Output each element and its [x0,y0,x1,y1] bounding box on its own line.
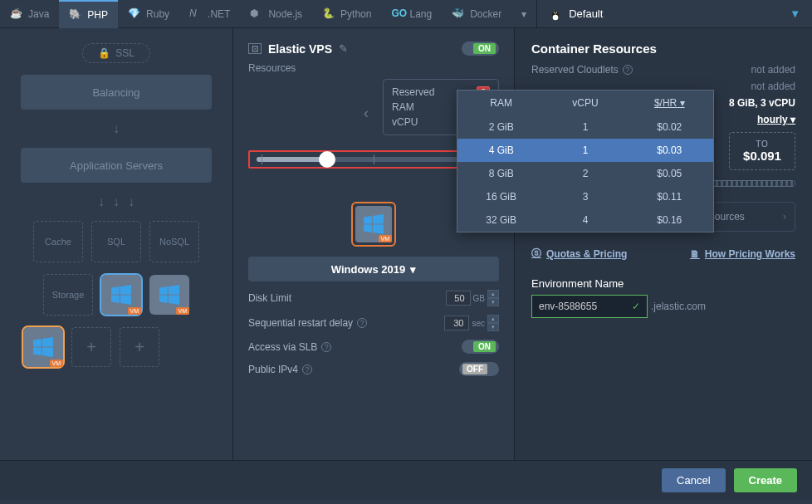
nosql-box[interactable]: NoSQL [149,221,199,262]
ipv4-toggle[interactable]: OFF [459,362,499,376]
lock-icon: 🔒 [98,47,110,59]
not-added: not added [751,64,795,76]
pricing-cell: 1 [545,139,625,162]
pricing-row[interactable]: 32 GiB4$0.16 [457,208,713,232]
language-tabs: ☕Java 🐘PHP 💎Ruby N.NET ⬢Node.js 🐍Python … [0,0,812,28]
add-node-button[interactable]: + [120,327,159,367]
environment-selector[interactable]: Default ▼ [536,0,812,28]
disk-stepper[interactable]: ▴▾ [487,290,499,306]
vps-icon: ⊡ [248,43,262,54]
topology-column: 🔒SSL Balancing ↓ Application Servers ↓ ↓… [0,28,232,460]
pricing-cell: $0.16 [626,208,713,232]
restart-stepper[interactable]: ▴▾ [487,315,499,331]
pricing-cell: 4 GiB [457,139,545,162]
pricing-cell: 2 GiB [457,115,545,139]
dialog-footer: Cancel Create [0,460,812,500]
col-vcpu[interactable]: vCPU [545,91,625,115]
quotas-link[interactable]: ⓢQuotas & Pricing [531,247,627,261]
pricing-cell: 2 [545,162,625,185]
vps-toggle[interactable]: ON [462,42,499,56]
tab-ruby[interactable]: 💎Ruby [118,0,179,28]
check-icon: ✓ [632,301,640,312]
os-dropdown[interactable]: Windows 2019▾ [248,257,499,281]
vm-badge: VM [176,307,190,315]
node-tile-selected[interactable]: VM [23,327,63,367]
vm-badge: VM [128,307,142,315]
pricing-works-link[interactable]: 🗎How Pricing Works [690,247,795,261]
windows-icon [111,285,131,305]
pricing-cell: $0.03 [626,139,713,162]
help-icon[interactable]: ? [357,318,367,328]
slider-thumb[interactable] [319,151,335,168]
chevron-down-icon: ▾ [410,263,416,276]
document-icon: 🗎 [690,248,700,260]
tab-docker[interactable]: 🐳Docker [442,0,511,28]
to-value: $0.091 [743,149,781,163]
storage-box[interactable]: Storage [43,274,93,316]
cache-box[interactable]: Cache [33,221,83,262]
tab-dotnet[interactable]: N.NET [179,0,240,28]
pricing-cell: $0.11 [626,185,713,208]
tab-php[interactable]: 🐘PHP [59,0,118,28]
node-tile[interactable]: VM [101,275,141,315]
help-icon[interactable]: ? [302,365,312,374]
env-name-input[interactable]: env-8588655 ✓ [531,295,648,318]
pricing-cell: 4 [545,208,625,232]
pricing-row[interactable]: 16 GiB3$0.11 [457,185,713,208]
cancel-button[interactable]: Cancel [662,468,725,492]
pricing-cell: 1 [545,115,625,139]
pricing-popup: RAM vCPU $/HR ▾ 2 GiB1$0.024 GiB1$0.038 … [457,90,714,232]
ram-label: RAM [392,101,414,113]
chevron-right-icon[interactable]: › [783,211,786,223]
ipv4-label: Public IPv4 [248,364,298,375]
edit-icon[interactable]: ✎ [339,42,348,55]
disk-unit: GB [473,294,485,303]
disk-limit-label: Disk Limit [248,292,291,304]
add-node-button[interactable]: + [71,327,111,367]
balancing-button[interactable]: Balancing [21,75,212,110]
pricing-cell: $0.02 [626,115,713,139]
arrow-down-icon: ↓ [113,194,120,209]
pricing-cell: $0.05 [626,162,713,185]
col-ram[interactable]: RAM [457,91,545,115]
hourly-toggle[interactable]: hourly ▾ [757,114,795,125]
arrow-down-icon: ↓ [98,194,105,209]
help-icon[interactable]: ? [623,65,633,75]
ssl-chip[interactable]: 🔒SSL [82,43,150,63]
container-resources-title: Container Resources [531,42,795,56]
pricing-row[interactable]: 2 GiB1$0.02 [457,115,713,139]
pricing-cell: 32 GiB [457,208,545,232]
vm-badge: VM [50,360,64,367]
disk-limit-input[interactable]: 50 [446,291,471,306]
restart-input[interactable]: 30 [444,316,469,330]
chevron-left-icon[interactable]: ‹ [364,105,369,122]
arrow-down-icon: ↓ [113,121,120,136]
tab-more[interactable]: ▾ [511,0,536,28]
windows-icon [364,214,384,234]
tab-java[interactable]: ☕Java [0,0,59,28]
slb-toggle[interactable]: ON [462,340,499,354]
slb-label: Access via SLB [248,341,317,353]
vm-badge: VM [379,235,393,242]
scaling-limit-value: 8 GiB, 3 vCPU [729,97,795,109]
pricing-cell: 3 [545,185,625,208]
restart-unit: sec [472,319,485,328]
col-price[interactable]: $/HR ▾ [626,91,713,115]
os-tile[interactable]: VM [351,202,396,247]
pricing-row[interactable]: 4 GiB1$0.03 [457,139,713,162]
tab-nodejs[interactable]: ⬢Node.js [240,0,312,28]
vcpu-label: vCPU [392,116,418,128]
node-tile[interactable]: VM [149,275,189,315]
price-to-box: TO $0.091 [729,132,795,170]
pricing-row[interactable]: 8 GiB2$0.05 [457,162,713,185]
create-button[interactable]: Create [734,468,797,492]
tux-icon [549,7,562,21]
resources-label: Resources [248,62,499,74]
tab-go[interactable]: GOLang [381,0,442,28]
app-servers-button[interactable]: Application Servers [21,148,212,183]
env-name-label: Environment Name [531,277,795,290]
help-icon[interactable]: ? [321,342,331,352]
windows-icon [33,337,53,357]
tab-python[interactable]: 🐍Python [312,0,381,28]
sql-box[interactable]: SQL [91,221,141,262]
